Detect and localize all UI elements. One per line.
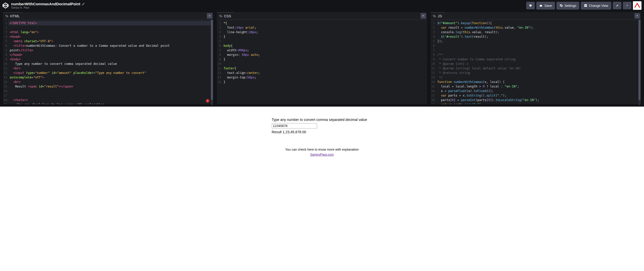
js-tab[interactable]: JS	[431, 12, 445, 20]
js-collapse-button[interactable]	[634, 13, 640, 19]
preview-footer-text: You can check here to know more with exp…	[272, 147, 372, 152]
avatar[interactable]	[633, 1, 641, 10]
preview-footer-link[interactable]: SanjoyPaul.com	[310, 153, 334, 156]
editors-row: HTML 1 2 3 4 5 6 7 8 9 10 11 12 13 14 15…	[0, 11, 644, 107]
html-panel-label: HTML	[10, 14, 20, 18]
preview-pane: Type any number to convert comma separat…	[0, 107, 644, 271]
gear-icon[interactable]	[433, 14, 436, 18]
html-collapse-button[interactable]	[207, 13, 212, 19]
html-scrollbar-thumb[interactable]	[211, 20, 213, 100]
more-button[interactable]	[623, 2, 631, 9]
pen-title[interactable]: numberWithCommasAndDecimalPoint	[11, 2, 85, 6]
change-view-button[interactable]: Change View	[581, 2, 611, 10]
chevron-down-icon	[208, 14, 211, 18]
js-gutter: 1 2 3 4 5 6 7 8 9 10 11 12 13 14 15 16 1…	[431, 20, 436, 104]
html-gutter: 1 2 3 4 5 6 7 8 9 10 11 12 13 14 15 16 1…	[3, 20, 9, 104]
js-panel: JS 1 2 3 4 5 6 7 8 9 10 11 12 13 14 15 1…	[431, 12, 641, 104]
pin-button[interactable]	[613, 2, 621, 9]
topbar: numberWithCommasAndDecimalPoint Sanjoy K…	[0, 0, 644, 11]
save-button[interactable]: Save	[536, 2, 555, 10]
pen-author[interactable]: Sanjoy K. Paul	[11, 6, 85, 9]
topbar-buttons: Save Settings Change View	[526, 1, 641, 10]
love-button[interactable]	[526, 2, 535, 9]
preview-result-line: Result 1,23,45,678.00	[272, 129, 372, 134]
html-tab[interactable]: HTML	[3, 12, 23, 20]
css-gutter: 1 2 3 4 5 6 7 8 9 10 11 12 13 14	[217, 20, 222, 104]
layout-icon	[584, 4, 587, 7]
heart-icon	[529, 4, 532, 7]
html-code[interactable]: <!DOCTYPE html> <html lang="en"> <head> …	[9, 20, 213, 104]
cloud-icon	[539, 4, 543, 7]
js-panel-label: JS	[438, 14, 442, 18]
html-panel: HTML 1 2 3 4 5 6 7 8 9 10 11 12 13 14 15…	[3, 12, 213, 104]
result-label: Result	[272, 130, 283, 134]
js-code[interactable]: $("#amount").keyup(function(){ var resul…	[436, 20, 641, 104]
css-panel-label: CSS	[224, 14, 231, 18]
html-editor[interactable]: 1 2 3 4 5 6 7 8 9 10 11 12 13 14 15 16 1…	[3, 20, 213, 104]
chevron-down-icon	[422, 14, 425, 18]
chevron-down-icon	[635, 14, 639, 18]
css-tab[interactable]: CSS	[217, 12, 234, 20]
amount-input[interactable]	[272, 123, 317, 128]
js-editor[interactable]: 1 2 3 4 5 6 7 8 9 10 11 12 13 14 15 16 1…	[431, 20, 641, 104]
chevron-down-icon	[625, 4, 629, 7]
gear-icon[interactable]	[5, 14, 9, 18]
gear-icon	[559, 4, 563, 7]
codepen-logo-icon	[3, 3, 9, 9]
gear-icon[interactable]	[219, 14, 222, 18]
css-code[interactable]: *{ font:14px arial; line-height:28px; } …	[222, 20, 427, 104]
html-warning-badge[interactable]: !	[206, 99, 209, 103]
css-panel: CSS 1 2 3 4 5 6 7 8 9 10 11 12 13 14 *{ …	[217, 12, 427, 104]
css-collapse-button[interactable]	[421, 13, 426, 19]
js-scrollbar-thumb[interactable]	[638, 20, 640, 100]
result-value: 1,23,45,678.00	[283, 130, 306, 134]
pin-icon	[615, 4, 619, 7]
css-editor[interactable]: 1 2 3 4 5 6 7 8 9 10 11 12 13 14 *{ font…	[217, 20, 427, 104]
settings-button[interactable]: Settings	[556, 2, 579, 10]
preview-prompt-text: Type any number to convert comma separat…	[272, 117, 372, 122]
edit-title-icon[interactable]	[82, 2, 85, 6]
